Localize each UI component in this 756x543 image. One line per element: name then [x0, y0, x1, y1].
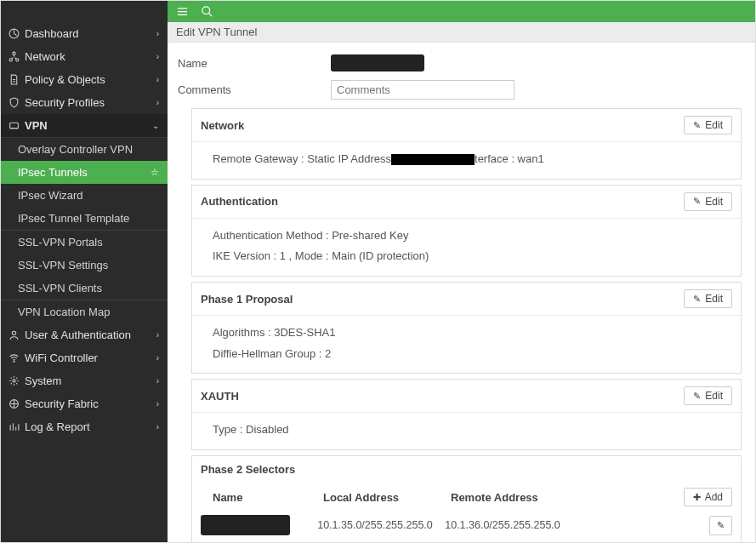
sidebar-item-policy[interactable]: Policy & Objects ›	[1, 68, 168, 91]
panel-phase2: Phase 2 Selectors Name Local Address Rem…	[191, 455, 742, 542]
panel-header: Authentication ✎ Edit	[192, 186, 741, 219]
name-value-redacted	[331, 54, 424, 71]
sidebar-sub-sslvpn-clients[interactable]: SSL-VPN Clients	[1, 277, 168, 300]
pencil-icon: ✎	[693, 196, 701, 207]
sidebar-item-user-auth[interactable]: User & Authentication ›	[1, 323, 168, 346]
sidebar-item-log-report[interactable]: Log & Report ›	[1, 415, 168, 438]
sidebar-label: Security Profiles	[25, 96, 156, 109]
button-label: Edit	[705, 196, 723, 208]
sidebar-label: Network	[25, 50, 156, 63]
sidebar-item-wifi[interactable]: WiFi Controller ›	[1, 346, 168, 369]
edit-network-button[interactable]: ✎ Edit	[684, 116, 732, 134]
sidebar-label: VPN	[25, 119, 152, 132]
col-local: Local Address	[323, 491, 451, 504]
sidebar: Dashboard › Network › Policy & Objects ›…	[1, 1, 168, 542]
sidebar-label: Dashboard	[25, 27, 156, 40]
menu-toggle-icon[interactable]	[176, 5, 189, 18]
chevron-right-icon: ›	[156, 399, 159, 409]
panel-title: Phase 1 Proposal	[201, 293, 684, 306]
sub-label: VPN Location Map	[18, 306, 110, 318]
pencil-icon: ✎	[693, 294, 701, 305]
sidebar-sub-overlay-controller-vpn[interactable]: Overlay Controller VPN	[1, 138, 168, 161]
svg-point-7	[12, 380, 14, 382]
sub-label: IPsec Tunnels	[18, 166, 88, 179]
edit-phase1-button[interactable]: ✎ Edit	[684, 289, 732, 308]
sidebar-sub-ipsec-wizard[interactable]: IPsec Wizard	[1, 184, 168, 207]
sidebar-label: Log & Report	[25, 420, 156, 433]
vpn-icon	[8, 120, 20, 132]
chevron-right-icon: ›	[156, 330, 159, 340]
sidebar-label: System	[25, 374, 156, 387]
chevron-right-icon: ›	[156, 98, 159, 107]
chevron-right-icon: ›	[156, 422, 159, 432]
pencil-icon: ✎	[717, 520, 725, 531]
edit-xauth-button[interactable]: ✎ Edit	[684, 386, 732, 405]
svg-point-5	[12, 331, 15, 334]
sidebar-sub-ipsec-tunnels[interactable]: IPsec Tunnels ☆	[1, 161, 168, 184]
panel-header: Phase 2 Selectors	[192, 456, 741, 483]
shield-icon	[8, 97, 20, 109]
sidebar-item-security-fabric[interactable]: Security Fabric ›	[1, 392, 168, 415]
comments-row: Comments	[178, 80, 745, 100]
network-summary: Remote Gateway : Static IP Addressterfac…	[213, 149, 732, 170]
favorite-star-icon[interactable]: ☆	[151, 167, 159, 178]
add-phase2-button[interactable]: ✚ Add	[684, 488, 732, 506]
chevron-right-icon: ›	[156, 75, 159, 84]
auth-line: IKE Version : 1 , Mode : Main (ID protec…	[213, 246, 732, 267]
topbar	[168, 1, 755, 22]
wifi-icon	[8, 352, 20, 364]
text: terface : wan1	[475, 152, 544, 165]
redacted-ip	[391, 154, 475, 165]
pencil-icon: ✎	[693, 391, 701, 402]
pencil-icon: ✎	[693, 120, 701, 131]
chevron-right-icon: ›	[156, 52, 159, 61]
phase2-local: 10.1.35.0/255.255.255.0	[311, 519, 439, 531]
edit-authentication-button[interactable]: ✎ Edit	[684, 192, 732, 211]
network-icon	[8, 51, 20, 63]
search-icon[interactable]	[201, 5, 213, 18]
button-label: Edit	[705, 119, 723, 131]
panel-header: Network ✎ Edit	[192, 109, 741, 142]
panel-header: XAUTH ✎ Edit	[192, 380, 741, 413]
comments-label: Comments	[178, 83, 331, 96]
phase1-line: Algorithms : 3DES-SHA1	[213, 323, 732, 344]
panel-header: Phase 1 Proposal ✎ Edit	[192, 283, 741, 316]
button-label: Add	[705, 491, 723, 503]
sidebar-sub-sslvpn-portals[interactable]: SSL-VPN Portals	[1, 231, 168, 254]
log-icon	[8, 421, 20, 433]
svg-point-9	[202, 7, 210, 14]
svg-rect-4	[9, 123, 18, 129]
col-name: Name	[213, 491, 323, 504]
sidebar-item-vpn[interactable]: VPN ⌄	[1, 114, 168, 138]
content-area: Name Comments Network ✎ Edit Remote Gate…	[168, 43, 755, 542]
chevron-right-icon: ›	[156, 29, 159, 38]
sidebar-sub-vpn-location-map[interactable]: VPN Location Map	[1, 300, 168, 323]
sidebar-item-dashboard[interactable]: Dashboard ›	[1, 22, 168, 45]
button-label: Edit	[705, 390, 723, 402]
phase1-line: Diffie-Hellman Group : 2	[213, 344, 732, 365]
panel-title: Network	[201, 119, 684, 132]
comments-input[interactable]	[331, 80, 514, 100]
sidebar-item-network[interactable]: Network ›	[1, 45, 168, 68]
xauth-line: Type : Disabled	[213, 420, 732, 441]
edit-phase2-row-button[interactable]: ✎	[709, 516, 732, 535]
sub-label: IPsec Tunnel Template	[18, 212, 129, 225]
sidebar-sub-sslvpn-settings[interactable]: SSL-VPN Settings	[1, 254, 168, 277]
sidebar-label: WiFi Controller	[25, 352, 156, 364]
panel-body: Authentication Method : Pre-shared Key I…	[192, 219, 741, 276]
sub-label: SSL-VPN Settings	[18, 259, 108, 272]
sidebar-item-system[interactable]: System ›	[1, 369, 168, 392]
svg-point-6	[13, 361, 14, 362]
sidebar-sub-ipsec-tunnel-template[interactable]: IPsec Tunnel Template	[1, 207, 168, 230]
panel-phase1: Phase 1 Proposal ✎ Edit Algorithms : 3DE…	[191, 282, 742, 374]
panel-title: XAUTH	[201, 390, 684, 403]
chevron-right-icon: ›	[156, 376, 159, 386]
sidebar-item-security-profiles[interactable]: Security Profiles ›	[1, 91, 168, 114]
text: Remote Gateway : Static IP Address	[213, 152, 391, 165]
panel-authentication: Authentication ✎ Edit Authentication Met…	[191, 185, 742, 277]
svg-point-1	[12, 52, 14, 54]
dashboard-icon	[8, 28, 20, 40]
sub-label: Overlay Controller VPN	[18, 143, 133, 156]
button-label: Edit	[705, 293, 723, 305]
panel-body: Remote Gateway : Static IP Addressterfac…	[192, 142, 741, 179]
